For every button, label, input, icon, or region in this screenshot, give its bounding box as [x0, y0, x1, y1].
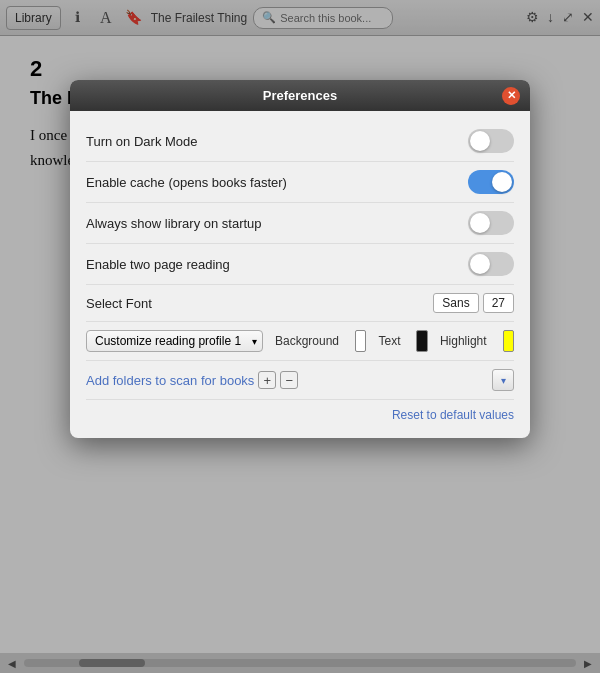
modal-body: Turn on Dark Mode Enable cache (opens bo…	[70, 111, 530, 438]
background-swatch[interactable]	[355, 330, 366, 352]
font-name-display[interactable]: Sans	[433, 293, 478, 313]
folders-label: Add folders to scan for books	[86, 373, 254, 388]
cache-row: Enable cache (opens books faster)	[86, 162, 514, 203]
library-startup-toggle[interactable]	[468, 211, 514, 235]
reset-link[interactable]: Reset to default values	[392, 408, 514, 422]
cache-toggle[interactable]	[468, 170, 514, 194]
modal-close-button[interactable]: ✕	[502, 87, 520, 105]
two-page-label: Enable two page reading	[86, 257, 230, 272]
modal-header: Preferences ✕	[70, 80, 530, 111]
preferences-modal: Preferences ✕ Turn on Dark Mode Enable c…	[70, 80, 530, 438]
library-startup-row: Always show library on startup	[86, 203, 514, 244]
modal-title: Preferences	[263, 88, 337, 103]
two-page-row: Enable two page reading	[86, 244, 514, 285]
cache-knob	[492, 172, 512, 192]
dark-mode-label: Turn on Dark Mode	[86, 134, 198, 149]
cache-label: Enable cache (opens books faster)	[86, 175, 287, 190]
profile-select-wrapper[interactable]: Customize reading profile 1	[86, 330, 263, 352]
highlight-label: Highlight	[440, 334, 487, 348]
highlight-swatch[interactable]	[503, 330, 514, 352]
reset-row: Reset to default values	[86, 400, 514, 422]
dark-mode-toggle[interactable]	[468, 129, 514, 153]
library-startup-label: Always show library on startup	[86, 216, 262, 231]
two-page-knob	[470, 254, 490, 274]
dark-mode-row: Turn on Dark Mode	[86, 121, 514, 162]
dark-mode-knob	[470, 131, 490, 151]
text-swatch[interactable]	[416, 330, 427, 352]
remove-folder-button[interactable]: −	[280, 371, 298, 389]
folders-row: Add folders to scan for books + − ▾	[86, 361, 514, 400]
modal-overlay: Preferences ✕ Turn on Dark Mode Enable c…	[0, 0, 600, 673]
font-size-display[interactable]: 27	[483, 293, 514, 313]
background-label: Background	[275, 334, 339, 348]
profile-row: Customize reading profile 1 Background T…	[86, 322, 514, 361]
folders-dropdown-button[interactable]: ▾	[492, 369, 514, 391]
add-folder-button[interactable]: +	[258, 371, 276, 389]
font-row: Select Font Sans 27	[86, 285, 514, 322]
text-label: Text	[378, 334, 400, 348]
profile-select[interactable]: Customize reading profile 1	[86, 330, 263, 352]
font-controls: Sans 27	[433, 293, 514, 313]
library-startup-knob	[470, 213, 490, 233]
two-page-toggle[interactable]	[468, 252, 514, 276]
select-font-label: Select Font	[86, 296, 152, 311]
